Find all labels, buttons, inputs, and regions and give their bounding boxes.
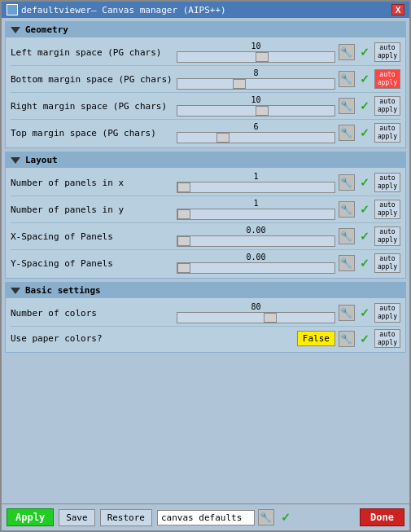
bottom-margin-check[interactable]: ✓ [356,71,373,87]
left-margin-slider-container: 10 [177,42,335,63]
geometry-section: Geometry Left margin space (PG chars) 10… [5,21,406,148]
y-spacing-slider-container: 0.00 [177,253,335,274]
top-margin-thumb[interactable] [216,133,230,143]
panels-x-controls: 🔧 ✓ auto apply [339,173,400,191]
panels-x-slider[interactable] [177,182,335,193]
basic-label: Basic settings [25,285,101,296]
right-margin-thumb[interactable] [256,106,269,116]
geometry-body: Left margin space (PG chars) 10 🔧 ✓ auto… [6,37,405,147]
right-margin-wrench[interactable]: 🔧 [339,98,355,114]
top-margin-auto-label: auto [379,125,395,133]
left-margin-thumb[interactable] [256,52,269,62]
top-margin-row: Top margin space (PG chars) 6 🔧 ✓ auto a… [9,120,402,146]
num-colors-value: 80 [251,302,260,311]
left-margin-value: 10 [251,42,260,51]
y-spacing-wrench[interactable]: 🔧 [339,255,355,271]
bottom-margin-label: Bottom margin space (PG chars) [11,74,173,85]
panels-x-wrench[interactable]: 🔧 [339,174,355,191]
panels-x-slider-container: 1 [177,172,335,193]
defaults-input[interactable] [157,510,255,525]
x-spacing-auto-apply[interactable]: auto apply [374,226,400,245]
bottom-margin-thumb[interactable] [233,79,246,89]
x-spacing-thumb[interactable] [177,236,190,246]
bottom-margin-auto-apply[interactable]: auto apply [374,69,400,88]
x-spacing-controls: 🔧 ✓ auto apply [339,226,400,245]
window-title: defaultviewer— Canvas manager (AIPS++) [21,5,226,15]
panels-x-auto-label: auto [379,174,395,182]
paper-colors-auto-apply[interactable]: auto apply [374,329,400,348]
num-colors-thumb[interactable] [264,313,277,323]
num-colors-wrench[interactable]: 🔧 [339,305,355,321]
layout-header: Layout [6,152,405,168]
top-margin-apply-label: apply [378,133,397,141]
right-margin-controls: 🔧 ✓ auto apply [339,96,400,115]
bottom-margin-wrench[interactable]: 🔧 [339,71,355,87]
main-window: defaultviewer— Canvas manager (AIPS++) X… [0,0,411,532]
left-margin-slider[interactable] [177,51,335,63]
y-spacing-thumb[interactable] [177,263,190,273]
y-spacing-value: 0.00 [246,253,265,262]
window-icon [7,4,18,15]
y-spacing-slider[interactable] [177,262,335,274]
y-spacing-auto-apply[interactable]: auto apply [374,253,400,272]
right-margin-label: Right margin space (PG chars) [11,101,173,112]
panels-y-auto-apply[interactable]: auto apply [374,200,400,218]
layout-collapse-icon[interactable] [11,157,20,164]
panels-y-slider[interactable] [177,209,335,220]
panels-y-auto-label: auto [379,201,395,209]
layout-body: Number of panels in x 1 🔧 ✓ auto apply [6,168,405,278]
panels-x-auto-apply[interactable]: auto apply [374,173,400,191]
defaults-check[interactable]: ✓ [278,509,294,525]
x-spacing-slider[interactable] [177,235,335,247]
right-margin-check[interactable]: ✓ [356,98,373,114]
basic-collapse-icon[interactable] [11,288,20,294]
top-margin-auto-apply[interactable]: auto apply [374,123,400,142]
right-margin-row: Right margin space (PG chars) 10 🔧 ✓ aut… [9,93,402,119]
panels-x-check[interactable]: ✓ [356,174,373,191]
geometry-collapse-icon[interactable] [11,27,20,33]
close-button[interactable]: X [391,4,404,15]
panels-x-thumb[interactable] [177,182,190,192]
layout-label: Layout [25,155,58,165]
right-margin-slider[interactable] [177,105,335,117]
left-margin-auto-apply[interactable]: auto apply [374,42,400,61]
done-button[interactable]: Done [360,508,404,526]
top-margin-slider[interactable] [177,132,335,143]
panels-y-thumb[interactable] [177,209,190,219]
x-spacing-row: X-Spacing of Panels 0.00 🔧 ✓ auto apply [9,223,402,249]
bottom-margin-slider[interactable] [177,78,335,90]
paper-colors-wrench[interactable]: 🔧 [339,331,355,347]
paper-colors-check[interactable]: ✓ [356,331,373,347]
y-spacing-controls: 🔧 ✓ auto apply [339,253,400,272]
defaults-container: 🔧 ✓ [157,509,355,525]
paper-colors-toggle[interactable]: False [297,331,335,346]
x-spacing-wrench[interactable]: 🔧 [339,228,355,244]
x-spacing-check[interactable]: ✓ [356,228,373,244]
save-button[interactable]: Save [59,509,95,526]
geometry-header: Geometry [6,22,405,37]
num-colors-auto-apply[interactable]: auto apply [374,303,400,322]
top-margin-check[interactable]: ✓ [356,125,373,141]
y-spacing-row: Y-Spacing of Panels 0.00 🔧 ✓ auto apply [9,250,402,276]
bottom-margin-value: 8 [253,68,258,77]
num-colors-slider[interactable] [177,312,335,323]
x-spacing-apply-label: apply [378,236,397,244]
left-margin-check[interactable]: ✓ [356,44,373,60]
num-colors-check[interactable]: ✓ [356,305,373,321]
apply-button[interactable]: Apply [7,508,54,526]
restore-button[interactable]: Restore [100,509,152,526]
panels-y-check[interactable]: ✓ [356,201,373,218]
num-colors-row: Number of colors 80 🔧 ✓ auto apply [9,300,402,326]
top-margin-wrench[interactable]: 🔧 [339,125,355,141]
left-margin-wrench[interactable]: 🔧 [339,44,355,60]
panels-x-row: Number of panels in x 1 🔧 ✓ auto apply [9,169,402,196]
y-spacing-check[interactable]: ✓ [356,255,373,271]
right-margin-value: 10 [251,95,260,104]
right-margin-auto-apply[interactable]: auto apply [374,96,400,115]
panels-y-label: Number of panels in y [11,204,173,215]
basic-header: Basic settings [6,283,405,298]
defaults-wrench[interactable]: 🔧 [258,509,274,525]
panels-y-wrench[interactable]: 🔧 [339,201,355,218]
left-margin-row: Left margin space (PG chars) 10 🔧 ✓ auto… [9,39,402,65]
paper-colors-label: Use paper colors? [11,333,173,344]
